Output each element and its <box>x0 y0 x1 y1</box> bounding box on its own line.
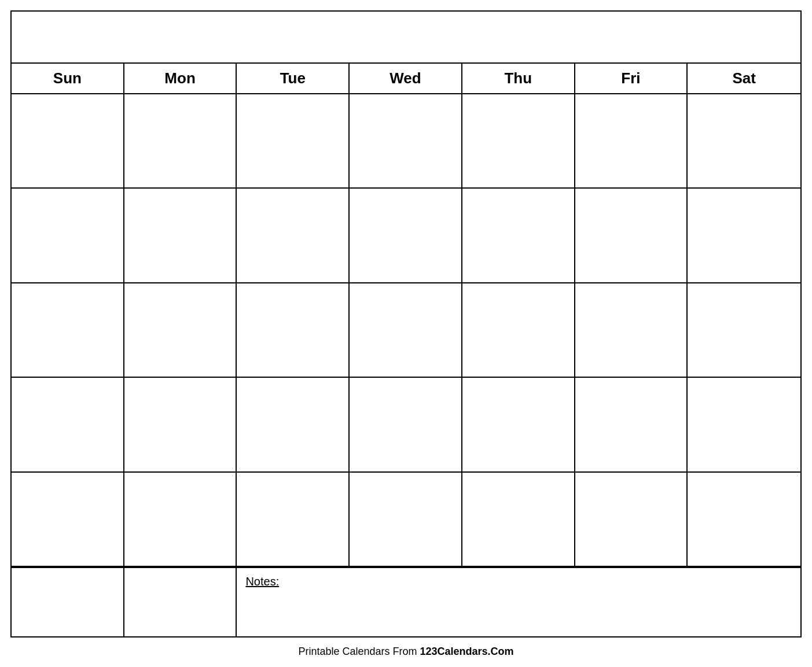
calendar-container: Sun Mon Tue Wed Thu Fri Sat <box>10 10 802 637</box>
footer-brand: 123Calendars.Com <box>420 646 514 657</box>
week5-wed <box>350 473 462 566</box>
week4-sat <box>688 378 800 471</box>
week-row-1 <box>12 94 800 189</box>
week2-fri <box>575 189 688 282</box>
week1-sat <box>688 94 800 187</box>
week4-thu <box>462 378 575 471</box>
week1-sun <box>12 94 124 187</box>
page-wrapper: Sun Mon Tue Wed Thu Fri Sat <box>0 0 812 667</box>
header-mon: Mon <box>124 64 237 93</box>
week2-mon <box>124 189 237 282</box>
week2-thu <box>462 189 575 282</box>
header-tue: Tue <box>237 64 350 93</box>
footer: Printable Calendars From 123Calendars.Co… <box>298 642 513 661</box>
notes-empty-sun <box>12 568 124 636</box>
notes-label: Notes: <box>245 575 279 588</box>
week3-tue <box>237 283 350 377</box>
week3-fri <box>575 283 688 377</box>
header-sat: Sat <box>688 64 800 93</box>
week3-sun <box>12 283 124 377</box>
week4-fri <box>575 378 688 471</box>
calendar-body: Notes: <box>12 94 800 636</box>
week1-fri <box>575 94 688 187</box>
week4-sun <box>12 378 124 471</box>
week1-mon <box>124 94 237 187</box>
week2-tue <box>237 189 350 282</box>
calendar-header-row: Sun Mon Tue Wed Thu Fri Sat <box>12 64 800 94</box>
week-row-3 <box>12 283 800 378</box>
week5-tue <box>237 473 350 566</box>
week4-tue <box>237 378 350 471</box>
week1-thu <box>462 94 575 187</box>
footer-text: Printable Calendars From <box>298 646 420 657</box>
week4-wed <box>350 378 462 471</box>
week5-thu <box>462 473 575 566</box>
week3-sat <box>688 283 800 377</box>
week4-mon <box>124 378 237 471</box>
header-fri: Fri <box>575 64 688 93</box>
calendar-title-row <box>12 12 800 64</box>
week2-sun <box>12 189 124 282</box>
header-sun: Sun <box>12 64 124 93</box>
week-row-4 <box>12 378 800 472</box>
week-row-2 <box>12 189 800 283</box>
week-row-5 <box>12 473 800 567</box>
week1-tue <box>237 94 350 187</box>
week2-sat <box>688 189 800 282</box>
week5-sun <box>12 473 124 566</box>
header-wed: Wed <box>350 64 462 93</box>
notes-row: Notes: <box>12 567 800 636</box>
week3-wed <box>350 283 462 377</box>
week5-mon <box>124 473 237 566</box>
week5-sat <box>688 473 800 566</box>
week3-mon <box>124 283 237 377</box>
header-thu: Thu <box>462 64 575 93</box>
week1-wed <box>350 94 462 187</box>
notes-empty-mon <box>124 568 237 636</box>
week3-thu <box>462 283 575 377</box>
week5-fri <box>575 473 688 566</box>
notes-content: Notes: <box>237 568 800 636</box>
week2-wed <box>350 189 462 282</box>
